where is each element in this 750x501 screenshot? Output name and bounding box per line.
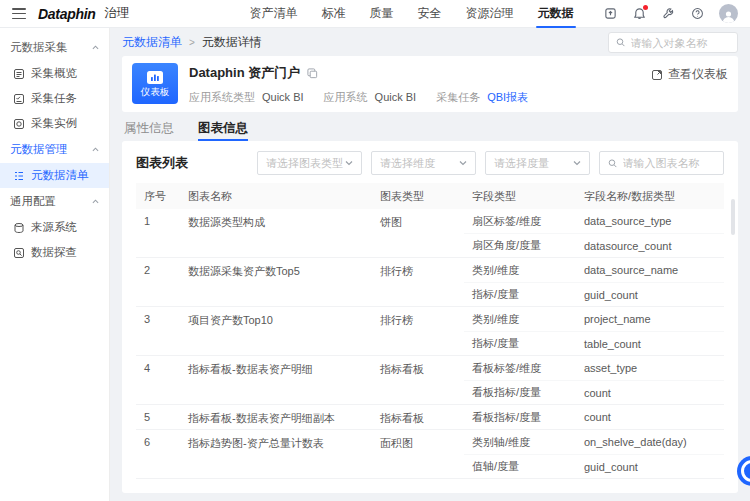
- sidebar-item-collection-instances[interactable]: 采集实例: [0, 111, 109, 136]
- chevron-up-icon: [92, 146, 99, 153]
- top-bar: Dataphin 治理 资产清单 标准 质量 安全 资源治理 元数据: [0, 0, 750, 28]
- sidebar-item-data-exploration[interactable]: 数据探查: [0, 240, 109, 265]
- dashboard-icon: [147, 71, 163, 84]
- breadcrumb: 元数据清单 > 元数据详情: [110, 28, 750, 56]
- chevron-down-icon: [573, 160, 581, 166]
- field-type: 指标/度量: [464, 287, 576, 302]
- field-list: 类别/维度project_name指标/度量table_count: [464, 307, 724, 355]
- sidebar-item-label: 来源系统: [31, 220, 77, 235]
- avatar[interactable]: [719, 4, 738, 23]
- chart-name: 指标看板-数据表资产明细: [180, 356, 372, 404]
- field-name: data_source_name: [576, 264, 724, 276]
- field-list: 扇区标签/维度data_source_type扇区角度/度量datasource…: [464, 209, 724, 257]
- chart-list-title: 图表列表: [136, 154, 188, 172]
- nav-item-security[interactable]: 安全: [406, 0, 454, 28]
- chart-name-search-input[interactable]: [623, 157, 715, 169]
- chart-type: 排行榜: [372, 258, 464, 306]
- nav-item-standard[interactable]: 标准: [310, 0, 358, 28]
- workbench-icon[interactable]: [603, 7, 617, 21]
- tab-properties[interactable]: 属性信息: [124, 120, 174, 141]
- field-row: 类别轴/维度on_shelve_date(day): [464, 430, 724, 454]
- select-placeholder: 请选择图表类型: [266, 156, 343, 171]
- sidebar-group-metadata-management[interactable]: 元数据管理: [0, 136, 109, 163]
- dimension-select[interactable]: 请选择维度: [371, 151, 476, 175]
- tool-icon[interactable]: [661, 7, 675, 21]
- chart-type: 指标看板: [372, 356, 464, 404]
- meta-label: 应用系统: [324, 91, 368, 103]
- view-dashboard-icon: [651, 69, 663, 81]
- collection-task-link[interactable]: QBI报表: [487, 91, 528, 103]
- field-type: 看板标签/维度: [464, 361, 576, 376]
- badge-label: 仪表板: [141, 87, 170, 97]
- chart-table-header: 序号 图表名称 图表类型 字段类型 字段名称/数据类型: [136, 183, 724, 209]
- field-type: 看板指标/度量: [464, 410, 576, 425]
- tab-chart-info[interactable]: 图表信息: [198, 120, 248, 141]
- sidebar-item-label: 元数据清单: [31, 168, 89, 183]
- breadcrumb-separator: >: [189, 37, 195, 48]
- col-header-index: 序号: [136, 189, 180, 204]
- sidebar-item-label: 采集概览: [31, 66, 77, 81]
- help-icon[interactable]: [690, 7, 704, 21]
- instance-icon: [13, 118, 25, 130]
- nav-item-metadata[interactable]: 元数据: [526, 0, 586, 28]
- sidebar-group-general-config[interactable]: 通用配置: [0, 188, 109, 215]
- sidebar: 元数据采集 采集概览 采集任务 采集实例 元数据管理 元数据清单 通用配置: [0, 28, 110, 501]
- chart-table: 序号 图表名称 图表类型 字段类型 字段名称/数据类型 1数据源类型构成饼图扇区…: [136, 183, 724, 483]
- sidebar-item-metadata-inventory[interactable]: 元数据清单: [0, 163, 109, 188]
- field-name: datasource_count: [576, 240, 724, 252]
- chart-type: 面积图: [372, 430, 464, 478]
- col-header-chart-type: 图表类型: [372, 189, 464, 204]
- chart-type-select[interactable]: 请选择图表类型: [257, 151, 362, 175]
- page-title: Dataphin 资产门户: [189, 64, 300, 82]
- object-search-input[interactable]: [631, 37, 730, 49]
- row-index: 6: [136, 430, 180, 478]
- col-header-field-type: 字段类型: [464, 189, 576, 204]
- sidebar-group-label: 元数据管理: [10, 142, 68, 157]
- object-search-box[interactable]: [608, 32, 738, 53]
- sidebar-group-label: 元数据采集: [10, 40, 68, 55]
- table-row: 6指标趋势图-资产总量计数表面积图类别轴/维度on_shelve_date(da…: [136, 430, 724, 479]
- field-list: 看板标签/维度asset_type看板指标/度量count: [464, 356, 724, 404]
- field-name: guid_count: [576, 289, 724, 301]
- nav-item-quality[interactable]: 质量: [358, 0, 406, 28]
- copy-icon[interactable]: [307, 68, 318, 79]
- breadcrumb-parent[interactable]: 元数据清单: [122, 34, 182, 51]
- col-header-field-name: 字段名称/数据类型: [576, 189, 724, 204]
- field-list: 类别轴/维度on_shelve_date(day)值轴/度量guid_count: [464, 430, 724, 478]
- sidebar-item-source-systems[interactable]: 来源系统: [0, 215, 109, 240]
- chart-type: 面积图: [372, 479, 464, 483]
- notification-badge: [643, 5, 648, 10]
- field-type: 看板指标/度量: [464, 385, 576, 400]
- sidebar-item-collection-overview[interactable]: 采集概览: [0, 61, 109, 86]
- nav-item-asset-inventory[interactable]: 资产清单: [238, 0, 310, 28]
- sidebar-group-metadata-collection[interactable]: 元数据采集: [0, 34, 109, 61]
- field-row: 指标/度量table_count: [464, 331, 724, 355]
- nav-item-resource-governance[interactable]: 资源治理: [454, 0, 526, 28]
- scrollbar-thumb[interactable]: [731, 199, 735, 235]
- select-placeholder: 请选择维度: [380, 156, 435, 171]
- field-row: 类别/维度project_name: [464, 307, 724, 331]
- chart-name: 数据源采集资产数Top5: [180, 258, 372, 306]
- sidebar-item-label: 数据探查: [31, 245, 77, 260]
- row-index: 4: [136, 356, 180, 404]
- field-row: 扇区标签/维度data_source_type: [464, 209, 724, 233]
- chart-name: 指标趋势图-资产总量计数表: [180, 430, 372, 478]
- chart-type: 指标看板: [372, 405, 464, 429]
- chart-name-search-box[interactable]: [599, 151, 724, 175]
- dashboard-type-badge: 仪表板: [132, 63, 178, 104]
- notification-bell-icon[interactable]: [632, 7, 646, 21]
- chart-type: 饼图: [372, 209, 464, 257]
- meta-value: Quick BI: [262, 91, 304, 103]
- chevron-up-icon: [92, 44, 99, 51]
- view-dashboard-button[interactable]: 查看仪表板: [651, 66, 728, 83]
- field-type: 指标/度量: [464, 336, 576, 351]
- view-dashboard-label: 查看仪表板: [668, 66, 728, 83]
- chart-table-body: 1数据源类型构成饼图扇区标签/维度data_source_type扇区角度/度量…: [136, 209, 724, 483]
- brand-suffix: 治理: [105, 5, 130, 22]
- meta-label: 采集任务: [436, 91, 480, 103]
- sidebar-item-collection-tasks[interactable]: 采集任务: [0, 86, 109, 111]
- field-name: asset_type: [576, 362, 724, 374]
- table-row: 5指标看板-数据表资产明细副本指标看板看板指标/度量count: [136, 405, 724, 430]
- measure-select[interactable]: 请选择度量: [485, 151, 590, 175]
- menu-icon[interactable]: [12, 8, 26, 19]
